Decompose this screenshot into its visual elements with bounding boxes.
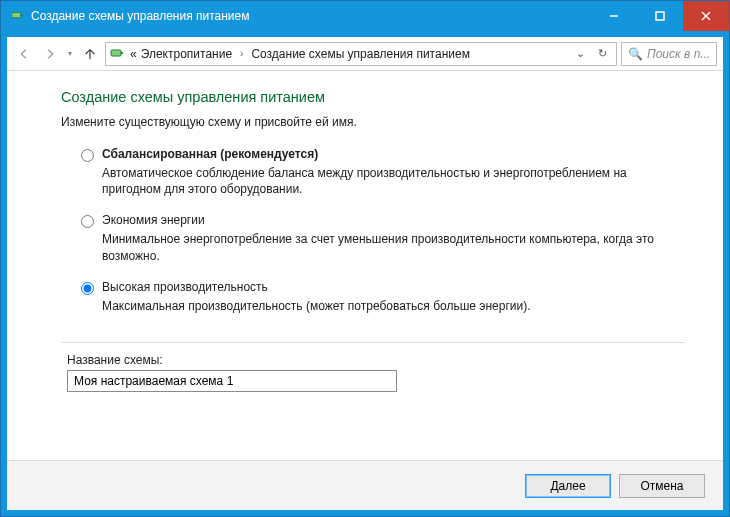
plan-balanced: Сбалансированная (рекомендуется) Автомат… xyxy=(81,147,685,197)
plan-balanced-desc: Автоматическое соблюдение баланса между … xyxy=(102,165,662,197)
page-heading: Создание схемы управления питанием xyxy=(61,89,685,105)
next-button[interactable]: Далее xyxy=(525,474,611,498)
plan-powersaver: Экономия энергии Минимальное энергопотре… xyxy=(81,213,685,263)
history-dropdown-icon[interactable]: ▾ xyxy=(65,49,75,58)
svg-rect-0 xyxy=(12,13,21,18)
divider xyxy=(61,342,685,343)
refresh-icon[interactable]: ↻ xyxy=(594,47,610,60)
back-button[interactable] xyxy=(13,43,35,65)
up-button[interactable] xyxy=(79,43,101,65)
forward-button[interactable] xyxy=(39,43,61,65)
content-area: Создание схемы управления питанием Измен… xyxy=(7,71,723,460)
close-button[interactable] xyxy=(683,1,729,31)
plan-balanced-title: Сбалансированная (рекомендуется) xyxy=(102,147,318,161)
plan-highperf-title: Высокая производительность xyxy=(102,280,268,294)
breadcrumb-create-plan[interactable]: Создание схемы управления питанием xyxy=(251,47,469,61)
address-dropdown-icon[interactable]: ⌄ xyxy=(572,47,588,60)
plan-powersaver-desc: Минимальное энергопотребление за счет ум… xyxy=(102,231,662,263)
search-input[interactable]: 🔍 Поиск в п... xyxy=(621,42,717,66)
scheme-name-label: Название схемы: xyxy=(67,353,685,367)
svg-rect-3 xyxy=(656,12,664,20)
plan-balanced-radio[interactable] xyxy=(81,149,94,162)
cancel-button[interactable]: Отмена xyxy=(619,474,705,498)
window-controls xyxy=(591,1,729,31)
plan-highperf: Высокая производительность Максимальная … xyxy=(81,280,685,314)
svg-rect-6 xyxy=(111,50,121,56)
page-subheading: Измените существующую схему и присвойте … xyxy=(61,115,685,129)
breadcrumb-prefix: « xyxy=(130,47,137,61)
window-frame: Создание схемы управления питанием ▾ xyxy=(0,0,730,517)
plan-highperf-radio[interactable] xyxy=(81,282,94,295)
breadcrumb-power-options[interactable]: Электропитание xyxy=(141,47,232,61)
search-icon: 🔍 xyxy=(628,47,643,61)
navigation-bar: ▾ « Электропитание › Создание схемы упра… xyxy=(7,37,723,71)
plan-powersaver-title: Экономия энергии xyxy=(102,213,205,227)
power-options-icon xyxy=(9,8,25,24)
minimize-button[interactable] xyxy=(591,1,637,31)
svg-rect-1 xyxy=(21,14,23,16)
plan-powersaver-row[interactable]: Экономия энергии xyxy=(81,213,685,228)
search-placeholder: Поиск в п... xyxy=(647,47,710,61)
scheme-name-input[interactable] xyxy=(67,370,397,392)
chevron-right-icon[interactable]: › xyxy=(236,48,247,59)
svg-rect-7 xyxy=(121,52,123,54)
address-bar[interactable]: « Электропитание › Создание схемы управл… xyxy=(105,42,617,66)
control-panel-icon xyxy=(108,45,126,63)
plan-highperf-desc: Максимальная производительность (может п… xyxy=(102,298,662,314)
plan-powersaver-radio[interactable] xyxy=(81,215,94,228)
plan-balanced-row[interactable]: Сбалансированная (рекомендуется) xyxy=(81,147,685,162)
footer: Далее Отмена xyxy=(7,460,723,510)
titlebar: Создание схемы управления питанием xyxy=(1,1,729,31)
client-area: ▾ « Электропитание › Создание схемы упра… xyxy=(1,31,729,516)
plan-highperf-row[interactable]: Высокая производительность xyxy=(81,280,685,295)
maximize-button[interactable] xyxy=(637,1,683,31)
window-title: Создание схемы управления питанием xyxy=(31,9,591,23)
